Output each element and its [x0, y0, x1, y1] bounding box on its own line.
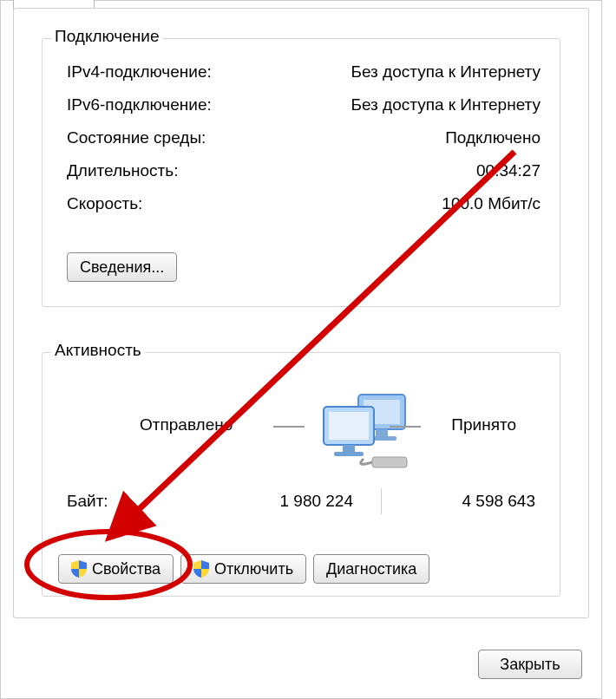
- disable-button[interactable]: Отключить: [180, 554, 306, 584]
- bytes-row: Байт: 1 980 224 4 598 643: [62, 492, 541, 516]
- ipv4-label: IPv4-подключение:: [67, 62, 212, 82]
- group-connection-title: Подключение: [51, 27, 162, 46]
- dash-left: [273, 426, 305, 428]
- ipv6-value: Без доступа к Интернету: [351, 95, 541, 114]
- bytes-label: Байт:: [67, 492, 108, 511]
- network-computers-icon: [311, 389, 416, 476]
- group-activity: Активность Отправлено: [42, 352, 560, 597]
- row-ipv4: IPv4-подключение: Без доступа к Интернет…: [67, 60, 541, 84]
- bytes-sent-value: 1 980 224: [249, 492, 353, 511]
- shield-icon: [193, 560, 209, 578]
- ipv6-label: IPv6-подключение:: [67, 95, 212, 114]
- properties-button[interactable]: Свойства: [58, 554, 174, 584]
- row-media: Состояние среды: Подключено: [67, 126, 541, 150]
- speed-value: 100.0 Мбит/с: [442, 194, 541, 213]
- activity-action-buttons: Свойства Отключить Ди: [58, 554, 429, 584]
- connection-status-dialog: Общие Подключение IPv4-подключение: Без …: [0, 0, 602, 699]
- diagnose-button[interactable]: Диагностика: [313, 554, 429, 584]
- dialog-footer: Закрыть: [478, 650, 582, 679]
- activity-header: Отправлено: [51, 386, 551, 481]
- group-connection: Подключение IPv4-подключение: Без доступ…: [42, 38, 560, 307]
- details-button[interactable]: Сведения...: [67, 252, 177, 282]
- speed-label: Скорость:: [67, 194, 142, 213]
- row-speed: Скорость: 100.0 Мбит/с: [67, 192, 541, 216]
- received-label: Принято: [451, 415, 516, 434]
- svg-rect-8: [372, 457, 407, 467]
- row-ipv6: IPv6-подключение: Без доступа к Интернет…: [67, 93, 541, 117]
- close-button[interactable]: Закрыть: [478, 650, 582, 679]
- disable-button-label: Отключить: [214, 560, 293, 578]
- properties-button-label: Свойства: [92, 560, 161, 578]
- svg-rect-7: [334, 452, 364, 456]
- svg-rect-6: [343, 445, 355, 452]
- duration-label: Длительность:: [67, 161, 178, 180]
- duration-value: 00:34:27: [476, 161, 541, 180]
- ipv4-value: Без доступа к Интернету: [351, 62, 541, 82]
- tab-panel: Подключение IPv4-подключение: Без доступ…: [13, 8, 589, 618]
- details-button-label: Сведения...: [80, 258, 164, 277]
- close-button-label: Закрыть: [500, 656, 560, 674]
- media-label: Состояние среды:: [67, 128, 206, 147]
- row-duration: Длительность: 00:34:27: [67, 159, 541, 183]
- bytes-received-value: 4 598 643: [414, 492, 535, 511]
- sent-label: Отправлено: [140, 415, 233, 434]
- dash-right: [390, 426, 421, 428]
- group-activity-title: Активность: [51, 341, 145, 360]
- shield-icon: [71, 560, 87, 578]
- bytes-separator: [381, 488, 382, 514]
- media-value: Подключено: [445, 128, 541, 147]
- svg-rect-5: [329, 412, 369, 440]
- diagnose-button-label: Диагностика: [326, 560, 416, 578]
- svg-rect-2: [376, 429, 388, 436]
